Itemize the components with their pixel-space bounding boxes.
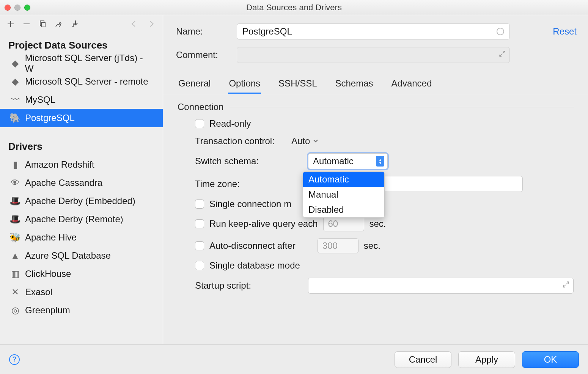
cancel-button[interactable]: Cancel — [395, 351, 451, 368]
expand-icon[interactable] — [499, 50, 506, 57]
list-item-label: ClickHouse — [25, 269, 71, 279]
driver-clickhouse[interactable]: ▥ClickHouse — [0, 265, 163, 283]
list-item-label: Azure SQL Database — [25, 250, 111, 261]
settings-button[interactable] — [55, 20, 63, 28]
tab-options[interactable]: Options — [228, 74, 261, 94]
project-data-sources-list: ◆Microsoft SQL Server (jTds) - W ◆Micros… — [0, 54, 163, 127]
list-item-label: Apache Derby (Embedded) — [25, 196, 135, 206]
project-item-postgresql[interactable]: 🐘PostgreSQL — [0, 109, 163, 127]
switch-schema-option-automatic[interactable]: Automatic — [303, 172, 384, 187]
mssql-icon: ◆ — [11, 76, 20, 87]
list-item-label: Apache Cassandra — [25, 178, 102, 188]
import-button[interactable] — [71, 20, 80, 28]
window-title: Data Sources and Drivers — [0, 3, 588, 13]
derby-icon: 🎩 — [11, 214, 20, 225]
tabs: General Options SSH/SSL Schemas Advanced — [163, 71, 588, 94]
driver-apache-cassandra[interactable]: 👁Apache Cassandra — [0, 174, 163, 192]
driver-greenplum[interactable]: ◎Greenplum — [0, 301, 163, 319]
switch-schema-value: Automatic — [313, 156, 354, 167]
driver-apache-hive[interactable]: 🐝Apache Hive — [0, 228, 163, 247]
seconds-label: sec. — [369, 218, 386, 229]
single-database-checkbox[interactable] — [195, 261, 204, 270]
redshift-icon: ▮ — [11, 159, 20, 170]
driver-apache-derby-remote[interactable]: 🎩Apache Derby (Remote) — [0, 210, 163, 228]
keepalive-checkbox[interactable] — [195, 219, 204, 228]
startup-script-label: Startup script: — [195, 280, 303, 291]
list-item-label: MySQL — [25, 94, 55, 105]
ok-button[interactable]: OK — [522, 351, 579, 368]
project-data-sources-title: Project Data Sources — [0, 33, 163, 54]
postgresql-icon: 🐘 — [11, 113, 20, 123]
list-item-label: Microsoft SQL Server - remote — [25, 76, 148, 87]
switch-schema-label: Switch schema: — [195, 156, 303, 167]
keepalive-label: Run keep-alive query each — [209, 218, 318, 229]
project-item-mssql-jtds[interactable]: ◆Microsoft SQL Server (jTds) - W — [0, 54, 163, 72]
driver-apache-derby-embedded[interactable]: 🎩Apache Derby (Embedded) — [0, 192, 163, 210]
keepalive-interval-input[interactable] — [323, 216, 364, 231]
greenplum-icon: ◎ — [11, 305, 20, 316]
add-button[interactable] — [7, 20, 14, 28]
single-connection-checkbox[interactable] — [195, 200, 204, 209]
name-value: PostgreSQL — [242, 26, 292, 37]
azure-icon: ▲ — [11, 250, 20, 261]
clickhouse-icon: ▥ — [11, 269, 20, 279]
tab-general[interactable]: General — [178, 74, 211, 94]
sidebar: Project Data Sources ◆Microsoft SQL Serv… — [0, 15, 163, 344]
tab-ssh-ssl[interactable]: SSH/SSL — [278, 74, 318, 94]
nav-back-button[interactable] — [129, 20, 138, 28]
sidebar-toolbar — [0, 15, 163, 33]
reset-link[interactable]: Reset — [553, 26, 577, 37]
driver-exasol[interactable]: ✕Exasol — [0, 283, 163, 301]
switch-schema-option-disabled[interactable]: Disabled — [303, 202, 384, 217]
switch-schema-dropdown: Automatic Manual Disabled — [303, 171, 385, 218]
seconds-label: sec. — [364, 240, 380, 251]
drivers-list: ▮Amazon Redshift 👁Apache Cassandra 🎩Apac… — [0, 156, 163, 344]
transaction-control-label: Transaction control: — [195, 136, 286, 146]
copy-button[interactable] — [39, 20, 46, 28]
timezone-label: Time zone: — [195, 179, 286, 189]
list-item-label: Apache Derby (Remote) — [25, 214, 123, 225]
name-input[interactable]: PostgreSQL — [237, 24, 510, 39]
apply-button[interactable]: Apply — [458, 351, 515, 368]
svg-rect-1 — [41, 22, 45, 27]
nav-forward-button[interactable] — [147, 20, 156, 28]
list-item-label: Amazon Redshift — [25, 159, 94, 170]
driver-amazon-redshift[interactable]: ▮Amazon Redshift — [0, 156, 163, 174]
list-item-label: Greenplum — [25, 305, 70, 316]
help-button[interactable]: ? — [9, 354, 20, 365]
switch-schema-select[interactable]: Automatic ▴▾ — [308, 153, 388, 169]
color-indicator-icon[interactable] — [497, 28, 504, 35]
mysql-icon: 〰 — [11, 94, 20, 105]
hive-icon: 🐝 — [11, 232, 20, 243]
list-item-label: Apache Hive — [25, 232, 77, 243]
dialog-footer: ? Cancel Apply OK — [0, 344, 588, 374]
main-panel: Name: PostgreSQL Reset Comment: General … — [163, 15, 588, 344]
chevron-up-down-icon: ▴▾ — [376, 156, 384, 167]
comment-input[interactable] — [237, 47, 510, 63]
single-database-label: Single database mode — [209, 260, 300, 271]
readonly-label: Read-only — [209, 118, 251, 129]
project-item-mssql-remote[interactable]: ◆Microsoft SQL Server - remote — [0, 72, 163, 91]
autodisconnect-checkbox[interactable] — [195, 241, 204, 250]
mssql-icon: ◆ — [11, 58, 20, 69]
startup-script-input[interactable] — [308, 278, 574, 294]
single-connection-label: Single connection m — [209, 199, 291, 209]
list-item-label: PostgreSQL — [25, 113, 75, 123]
title-bar: Data Sources and Drivers — [0, 0, 588, 15]
connection-group-title: Connection — [178, 102, 223, 112]
drivers-title: Drivers — [0, 134, 163, 156]
remove-button[interactable] — [23, 20, 30, 28]
list-item-label: Microsoft SQL Server (jTds) - W — [25, 53, 152, 74]
transaction-control-value: Auto — [291, 136, 310, 146]
cassandra-icon: 👁 — [11, 178, 20, 188]
autodisconnect-interval-input[interactable] — [318, 238, 358, 253]
switch-schema-option-manual[interactable]: Manual — [303, 187, 384, 202]
tab-advanced[interactable]: Advanced — [391, 74, 433, 94]
tab-schemas[interactable]: Schemas — [335, 74, 374, 94]
driver-azure-sql[interactable]: ▲Azure SQL Database — [0, 247, 163, 265]
transaction-control-select[interactable]: Auto — [291, 136, 318, 146]
project-item-mysql[interactable]: 〰MySQL — [0, 91, 163, 109]
readonly-checkbox[interactable] — [195, 119, 204, 128]
expand-icon[interactable] — [563, 281, 569, 288]
derby-icon: 🎩 — [11, 196, 20, 206]
